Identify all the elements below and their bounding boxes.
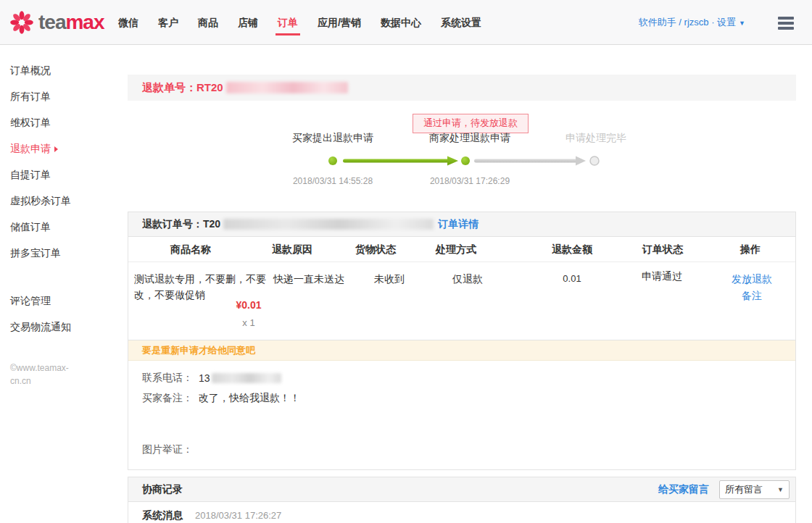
remark-link[interactable]: 备注 — [742, 288, 762, 303]
nav-item-customers[interactable]: 客户 — [158, 0, 178, 45]
sidebar-item-refund-label: 退款申请 — [10, 143, 51, 154]
step-time-merchant-process: 2018/03/31 17:26:29 — [430, 176, 510, 186]
hamburger-menu-icon[interactable] — [778, 17, 794, 32]
cell-refund-reason: 快递一直未送达 — [273, 273, 344, 286]
logo-text: teamax — [38, 0, 104, 45]
col-header-refund-amount: 退款金额 — [552, 237, 592, 262]
sidebar-item-order-overview[interactable]: 订单概况 — [10, 57, 116, 83]
copyright-text: ©www.teamax-cn.cn — [10, 361, 86, 388]
col-header-refund-reason: 退款原因 — [272, 237, 312, 262]
nav-item-system-settings[interactable]: 系统设置 — [441, 0, 481, 45]
refund-table-header: 商品名称 退款原因 货物状态 处理方式 退款金额 订单状态 操作 — [128, 237, 795, 262]
buyer-note-row: 买家备注： 改了，快给我退款！！ — [142, 392, 300, 405]
col-header-product-name: 商品名称 — [170, 237, 211, 262]
user-links-text: 软件助手 / rjzscb · 设置 — [639, 17, 736, 28]
caret-down-icon: ▼ — [739, 20, 745, 27]
nav-item-products[interactable]: 商品 — [198, 0, 218, 45]
product-price: ¥0.01 — [236, 299, 261, 311]
sidebar-item-flash-sale-orders[interactable]: 虚拟秒杀订单 — [10, 188, 116, 214]
select-caret-down-icon: ▼ — [777, 486, 784, 493]
cell-actions: 发放退款 备注 — [732, 272, 772, 303]
refund-order-number-bar: 退款订单号：T20 订单详情 — [128, 212, 795, 237]
sidebar-item-logistics-notice[interactable]: 交易物流通知 — [10, 314, 116, 340]
refund-table-row: 测试退款专用，不要删，不要改，不要做促销 ¥0.01 x 1 快递一直未送达 未… — [128, 262, 795, 340]
nav-item-store[interactable]: 店铺 — [238, 0, 258, 45]
cell-handle-method: 仅退款 — [452, 273, 483, 286]
refund-order-box: 退款订单号：T20 订单详情 商品名称 退款原因 货物状态 处理方式 退款金额 … — [128, 212, 796, 470]
refund-status-badge: 通过申请，待发放退款 — [413, 114, 529, 133]
negotiation-title: 协商记录 — [142, 483, 183, 496]
refund-number-title: 退款单号：RT20 — [142, 81, 223, 95]
sidebar-item-stored-value-orders[interactable]: 储值订单 — [10, 214, 116, 240]
buyer-contact-section: 联系电话： 13 买家备注： 改了，快给我退款！！ 图片举证： — [128, 361, 795, 469]
progress-track-graphic — [323, 153, 613, 169]
message-filter-select[interactable]: 所有留言 ▼ — [719, 480, 790, 499]
entry-time: 2018/03/31 17:26:27 — [195, 510, 281, 521]
active-nav-underline — [276, 33, 300, 35]
hamburger-bar — [778, 22, 794, 25]
evidence-label: 图片举证： — [142, 443, 193, 456]
product-quantity: x 1 — [242, 317, 254, 328]
phone-row: 联系电话： 13 — [142, 372, 281, 385]
negotiation-entry: 系统消息 2018/03/31 17:26:27 — [142, 509, 795, 522]
logo-text-red: max — [65, 11, 104, 33]
refund-number-bar: 退款单号：RT20 — [128, 75, 796, 101]
issue-refund-link[interactable]: 发放退款 — [732, 272, 772, 286]
logo-flower-icon — [9, 9, 35, 35]
evidence-row: 图片举证： — [142, 443, 199, 456]
sidebar-item-comment-management[interactable]: 评论管理 — [10, 288, 116, 314]
message-buyer-link[interactable]: 给买家留言 — [658, 483, 709, 496]
cell-order-status: 申请通过 — [642, 270, 682, 283]
redacted-order-number — [223, 219, 434, 230]
nav-item-data-center[interactable]: 数据中心 — [381, 0, 421, 45]
seller-notice-bar: 要是重新申请才给他同意吧 — [128, 340, 795, 361]
col-header-actions: 操作 — [740, 237, 761, 262]
teamax-logo[interactable]: teamax — [9, 0, 104, 45]
redacted-refund-number — [226, 82, 348, 93]
negotiation-header-bar: 协商记录 给买家留言 所有留言 ▼ — [128, 477, 795, 502]
nav-item-orders[interactable]: 订单 — [278, 0, 298, 45]
order-detail-link[interactable]: 订单详情 — [438, 218, 478, 231]
sidebar-item-pinduobao-orders[interactable]: 拼多宝订单 — [10, 240, 116, 266]
cell-refund-amount: 0.01 — [563, 273, 581, 284]
step-label-buyer-request: 买家提出退款申请 — [292, 132, 373, 145]
entry-sender: 系统消息 — [142, 509, 183, 522]
cell-goods-status: 未收到 — [374, 273, 405, 286]
col-header-handle-method: 处理方式 — [436, 237, 476, 262]
product-name: 测试退款专用，不要删，不要改，不要做促销 — [134, 271, 278, 303]
buyer-note-value: 改了，快给我退款！！ — [199, 392, 300, 405]
sidebar-item-refund-requests[interactable]: 退款申请 — [10, 135, 116, 162]
step-time-buyer-request: 2018/03/31 14:55:28 — [293, 176, 373, 186]
sidebar-item-all-orders[interactable]: 所有订单 — [10, 83, 116, 109]
step-label-merchant-process: 商家处理退款申请 — [429, 132, 510, 145]
redacted-phone-number — [212, 373, 281, 383]
main-nav: 微信 客户 商品 店铺 订单 应用/营销 数据中心 系统设置 — [118, 0, 481, 45]
sidebar-group-gap — [10, 266, 116, 288]
message-filter-value: 所有留言 — [725, 483, 763, 496]
nav-item-weixin[interactable]: 微信 — [118, 0, 138, 45]
nav-item-orders-label: 订单 — [278, 17, 298, 28]
logo-text-gray: tea — [38, 11, 65, 33]
arrow-right-icon — [54, 146, 58, 152]
phone-label: 联系电话： — [142, 372, 193, 385]
phone-value-prefix: 13 — [199, 372, 210, 384]
topbar: teamax 微信 客户 商品 店铺 订单 应用/营销 数据中心 系统设置 软件… — [0, 0, 812, 45]
negotiation-header-actions: 给买家留言 所有留言 ▼ — [658, 480, 790, 499]
user-account-links[interactable]: 软件助手 / rjzscb · 设置▼ — [639, 0, 745, 46]
buyer-note-label: 买家备注： — [142, 392, 193, 405]
col-header-goods-status: 货物状态 — [355, 237, 396, 262]
main-content: 退款单号：RT20 通过申请，待发放退款 买家提出退款申请 商家处理退款申请 申… — [128, 45, 796, 523]
hamburger-bar — [778, 27, 794, 30]
sidebar: 订单概况 所有订单 维权订单 退款申请 自提订单 虚拟秒杀订单 储值订单 拼多宝… — [0, 45, 116, 388]
nav-item-apps-marketing[interactable]: 应用/营销 — [318, 0, 361, 45]
sidebar-item-rights-orders[interactable]: 维权订单 — [10, 109, 116, 135]
sidebar-item-pickup-orders[interactable]: 自提订单 — [10, 162, 116, 188]
refund-order-number-prefix: 退款订单号：T20 — [142, 218, 220, 231]
step-label-complete: 申请处理完毕 — [566, 132, 626, 145]
col-header-order-status: 订单状态 — [642, 237, 683, 262]
hamburger-bar — [778, 17, 794, 20]
negotiation-box: 协商记录 给买家留言 所有留言 ▼ 系统消息 2018/03/31 17:26:… — [128, 477, 796, 523]
